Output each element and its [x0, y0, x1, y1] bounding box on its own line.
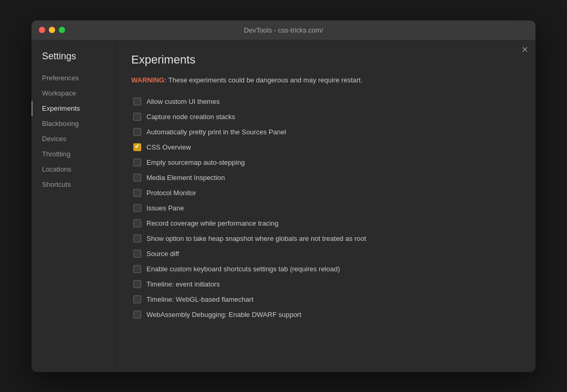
sidebar-item-preferences[interactable]: Preferences	[32, 70, 115, 86]
label-source-diff[interactable]: Source diff	[146, 250, 179, 258]
sidebar-item-experiments[interactable]: Experiments	[32, 101, 115, 116]
sidebar-item-devices[interactable]: Devices	[32, 131, 115, 146]
label-timeline-events[interactable]: Timeline: event initiators	[146, 280, 220, 288]
label-issues-pane[interactable]: Issues Pane	[146, 204, 184, 212]
content-area: Settings Preferences Workspace Experimen…	[32, 40, 536, 372]
checkbox-capture-node[interactable]	[133, 113, 141, 121]
experiment-item: Capture node creation stacks	[131, 110, 520, 124]
experiment-item: Enable custom keyboard shortcuts setting…	[131, 262, 520, 276]
experiment-item: Automatically pretty print in the Source…	[131, 125, 520, 139]
checkbox-heap-snapshot[interactable]	[133, 235, 141, 242]
label-capture-node[interactable]: Capture node creation stacks	[146, 113, 235, 121]
experiment-item: Timeline: WebGL-based flamechart	[131, 292, 520, 306]
sidebar-item-throttling[interactable]: Throttling	[32, 146, 115, 162]
checkbox-custom-keyboard[interactable]	[133, 265, 141, 273]
experiment-item: Empty sourcemap auto-stepping	[131, 155, 520, 169]
checkbox-css-overview[interactable]	[133, 143, 141, 151]
close-button[interactable]: ✕	[521, 46, 528, 54]
experiment-item: Media Element Inspection	[131, 171, 520, 185]
label-media-inspection[interactable]: Media Element Inspection	[146, 174, 225, 182]
sidebar-item-blackboxing[interactable]: Blackboxing	[32, 116, 115, 131]
label-css-overview[interactable]: CSS Overview	[146, 143, 191, 151]
checkbox-webassembly[interactable]	[133, 311, 141, 319]
warning-banner: WARNING: These experiments could be dang…	[131, 76, 520, 84]
sidebar-item-workspace[interactable]: Workspace	[32, 86, 115, 101]
warning-label: WARNING:	[131, 76, 166, 84]
label-empty-sourcemap[interactable]: Empty sourcemap auto-stepping	[146, 158, 245, 166]
main-content: ✕ Experiments WARNING: These experiments…	[116, 40, 536, 372]
close-traffic-light[interactable]	[39, 27, 45, 33]
maximize-traffic-light[interactable]	[59, 27, 65, 33]
checkbox-empty-sourcemap[interactable]	[133, 158, 141, 166]
checkbox-source-diff[interactable]	[133, 250, 141, 258]
sidebar: Settings Preferences Workspace Experimen…	[32, 40, 116, 372]
sidebar-item-shortcuts[interactable]: Shortcuts	[32, 177, 115, 192]
checkbox-timeline-webgl[interactable]	[133, 295, 141, 303]
experiment-list: Allow custom UI themesCapture node creat…	[131, 94, 520, 322]
devtools-window: DevTools - css-tricks.com/ Settings Pref…	[32, 20, 536, 372]
label-timeline-webgl[interactable]: Timeline: WebGL-based flamechart	[146, 295, 254, 303]
label-heap-snapshot[interactable]: Show option to take heap snapshot where …	[146, 235, 366, 242]
label-webassembly[interactable]: WebAssembly Debugging: Enable DWARF supp…	[146, 311, 301, 319]
label-pretty-print[interactable]: Automatically pretty print in the Source…	[146, 128, 286, 136]
experiment-item: Source diff	[131, 247, 520, 261]
sidebar-heading: Settings	[32, 51, 115, 70]
traffic-lights	[39, 27, 65, 33]
experiment-item: Show option to take heap snapshot where …	[131, 231, 520, 246]
titlebar: DevTools - css-tricks.com/	[32, 20, 536, 40]
checkbox-custom-ui-themes[interactable]	[133, 98, 141, 105]
experiment-item: Timeline: event initiators	[131, 277, 520, 291]
checkbox-media-inspection[interactable]	[133, 174, 141, 182]
section-title: Experiments	[131, 53, 520, 67]
label-record-coverage[interactable]: Record coverage while performance tracin…	[146, 219, 278, 227]
label-custom-ui-themes[interactable]: Allow custom UI themes	[146, 98, 219, 105]
warning-text: These experiments could be dangerous and…	[169, 76, 363, 84]
experiment-item: Protocol Monitor	[131, 186, 520, 200]
label-protocol-monitor[interactable]: Protocol Monitor	[146, 189, 196, 197]
titlebar-title: DevTools - css-tricks.com/	[244, 26, 323, 34]
checkbox-record-coverage[interactable]	[133, 219, 141, 227]
checkbox-pretty-print[interactable]	[133, 128, 141, 136]
checkbox-issues-pane[interactable]	[133, 204, 141, 212]
checkbox-protocol-monitor[interactable]	[133, 189, 141, 197]
experiment-item: CSS Overview	[131, 140, 520, 154]
sidebar-item-locations[interactable]: Locations	[32, 162, 115, 177]
experiment-item: Record coverage while performance tracin…	[131, 216, 520, 230]
experiment-item: Allow custom UI themes	[131, 94, 520, 109]
checkbox-timeline-events[interactable]	[133, 280, 141, 288]
experiment-item: WebAssembly Debugging: Enable DWARF supp…	[131, 308, 520, 322]
experiment-item: Issues Pane	[131, 201, 520, 215]
minimize-traffic-light[interactable]	[49, 27, 55, 33]
label-custom-keyboard[interactable]: Enable custom keyboard shortcuts setting…	[146, 265, 340, 273]
